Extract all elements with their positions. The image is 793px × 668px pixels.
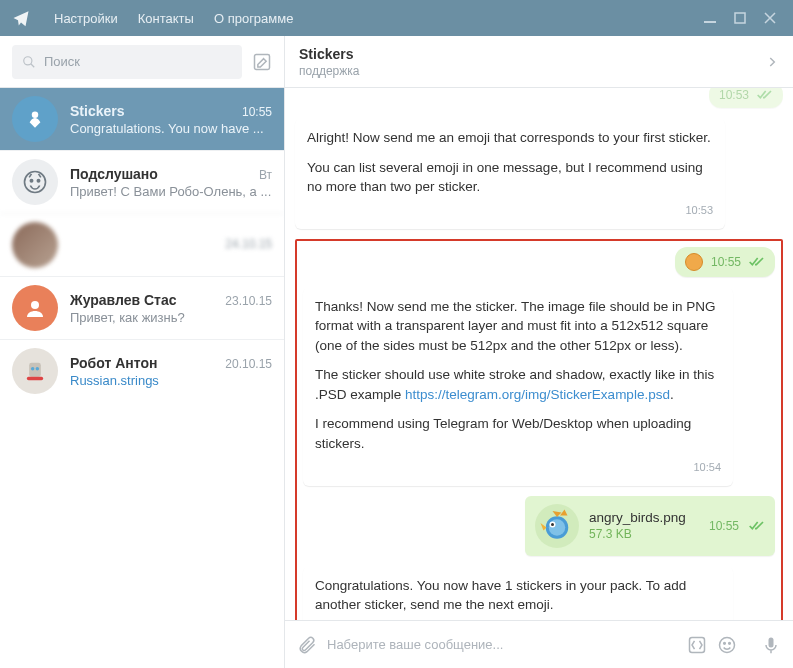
svg-point-20	[729, 642, 731, 644]
search-input[interactable]: Поиск	[12, 45, 242, 79]
chat-name: Stickers	[70, 103, 236, 119]
message-time: 10:54	[693, 460, 721, 476]
svg-point-11	[36, 367, 40, 371]
message-time: 10:53	[719, 88, 749, 102]
maximize-button[interactable]	[725, 12, 755, 24]
close-button[interactable]	[755, 12, 785, 24]
composer-placeholder: Наберите ваше сообщение...	[327, 637, 503, 652]
chat-name: Журавлев Стас	[70, 292, 219, 308]
chat-time: Вт	[259, 168, 272, 182]
avatar	[12, 159, 58, 205]
minimize-button[interactable]	[695, 12, 725, 24]
message-text: I recommend using Telegram for Web/Deskt…	[315, 414, 721, 453]
conversation-pane: Stickers поддержка 10:53	[285, 36, 793, 668]
chat-preview: Привет! С Вами Робо-Олень, а ...	[70, 184, 272, 199]
titlebar: Настройки Контакты О программе	[0, 0, 793, 36]
svg-rect-3	[255, 54, 270, 69]
command-icon[interactable]	[687, 635, 707, 655]
message-composer: Наберите ваше сообщение...	[285, 620, 793, 668]
message-text: Congratulations. You now have 1 stickers…	[315, 576, 721, 615]
avatar	[12, 348, 58, 394]
chat-time: 23.10.15	[225, 294, 272, 308]
menu-about[interactable]: О программе	[204, 11, 304, 26]
message-text: Alright! Now send me an emoji that corre…	[307, 128, 713, 148]
svg-point-4	[32, 111, 39, 118]
microphone-icon[interactable]	[761, 634, 781, 656]
compose-icon[interactable]	[252, 52, 272, 72]
message-text: You can list several emoji in one messag…	[307, 158, 713, 197]
message-time: 10:55	[711, 255, 741, 269]
telegram-logo-icon	[12, 9, 30, 27]
previous-out-message: 10:53	[709, 88, 783, 108]
message-text: Thanks! Now send me the sticker. The ima…	[315, 297, 721, 356]
sidebar: Поиск Stickers 10:55	[0, 36, 285, 668]
emoji-icon[interactable]	[717, 635, 737, 655]
avatar	[12, 285, 58, 331]
outgoing-file-message[interactable]: angry_birds.png 57.3 KB 10:55	[525, 496, 775, 556]
file-name: angry_birds.png	[589, 510, 691, 525]
incoming-message: Congratulations. You now have 1 stickers…	[303, 566, 733, 621]
chat-time: 20.10.15	[225, 357, 272, 371]
chat-preview: Привет, как жизнь?	[70, 310, 272, 325]
svg-point-19	[724, 642, 726, 644]
search-placeholder: Поиск	[44, 54, 80, 69]
svg-point-10	[31, 367, 35, 371]
outgoing-emoji-message: 10:55	[675, 247, 775, 277]
incoming-message: Alright! Now send me an emoji that corre…	[295, 118, 725, 229]
svg-rect-12	[27, 377, 43, 381]
chat-time: 10:55	[242, 105, 272, 119]
chevron-right-icon[interactable]	[765, 55, 779, 69]
chat-item[interactable]: Робот Антон 20.10.15 Russian.strings	[0, 339, 284, 402]
chat-item[interactable]: 24.10.15	[0, 213, 284, 276]
chat-preview: Russian.strings	[70, 373, 272, 388]
svg-point-8	[31, 301, 39, 309]
message-time: 10:55	[709, 519, 739, 533]
svg-point-2	[24, 56, 32, 64]
chat-title: Stickers	[299, 46, 359, 62]
read-ticks-icon	[749, 256, 765, 268]
incoming-message: Thanks! Now send me the sticker. The ima…	[303, 287, 733, 486]
chat-item[interactable]: Подслушано Вт Привет! С Вами Робо-Олень,…	[0, 150, 284, 213]
menu-contacts[interactable]: Контакты	[128, 11, 204, 26]
svg-rect-1	[735, 13, 745, 23]
svg-rect-9	[29, 363, 41, 377]
svg-point-7	[37, 180, 39, 182]
chat-item[interactable]: Журавлев Стас 23.10.15 Привет, как жизнь…	[0, 276, 284, 339]
search-icon	[22, 55, 36, 69]
avatar	[12, 222, 58, 268]
message-input[interactable]: Наберите ваше сообщение...	[327, 629, 677, 661]
svg-point-6	[30, 180, 32, 182]
chat-time: 24.10.15	[225, 237, 272, 251]
svg-rect-0	[704, 21, 716, 23]
attach-icon[interactable]	[297, 635, 317, 655]
svg-rect-21	[769, 637, 774, 647]
read-ticks-icon	[749, 520, 765, 532]
chat-preview: Congratulations. You now have ...	[70, 121, 272, 136]
svg-point-18	[720, 637, 735, 652]
message-time: 10:53	[685, 203, 713, 219]
avatar	[12, 96, 58, 142]
chat-list: Stickers 10:55 Congratulations. You now …	[0, 88, 284, 668]
file-thumbnail-icon	[535, 504, 579, 548]
svg-point-14	[549, 519, 566, 536]
chat-name: Подслушано	[70, 166, 253, 182]
message-text: The sticker should use white stroke and …	[315, 365, 721, 404]
chat-header: Stickers поддержка	[285, 36, 793, 88]
message-link[interactable]: https://telegram.org/img/StickerExample.…	[405, 387, 670, 402]
emoji-icon	[685, 253, 703, 271]
chat-item-stickers[interactable]: Stickers 10:55 Congratulations. You now …	[0, 88, 284, 150]
messages-area[interactable]: 10:53 Alright! Now send me an emoji that…	[285, 88, 793, 620]
menu-settings[interactable]: Настройки	[44, 11, 128, 26]
chat-subtitle: поддержка	[299, 64, 359, 78]
highlight-region: 10:55 Thanks! Now send me the sticker. T…	[295, 239, 783, 620]
svg-point-16	[551, 523, 554, 526]
file-size: 57.3 KB	[589, 527, 691, 541]
read-ticks-icon	[757, 89, 773, 101]
chat-name: Робот Антон	[70, 355, 219, 371]
